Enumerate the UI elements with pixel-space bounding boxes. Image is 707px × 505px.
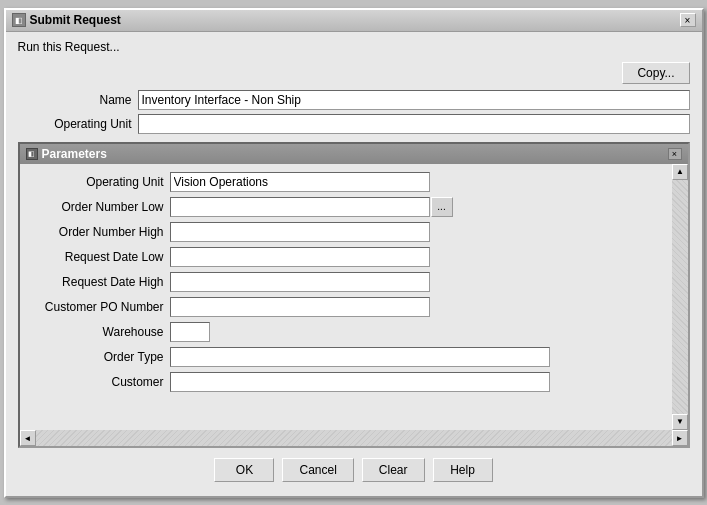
help-button[interactable]: Help xyxy=(433,458,493,482)
param-row-order-number-high: Order Number High xyxy=(30,222,662,242)
clear-button[interactable]: Clear xyxy=(362,458,425,482)
params-body: Operating Unit Order Number Low ... Orde… xyxy=(20,164,688,430)
ok-button[interactable]: OK xyxy=(214,458,274,482)
submit-request-window: ◧ Submit Request × Run this Request... C… xyxy=(4,8,704,498)
param-row-request-date-low: Request Date Low xyxy=(30,247,662,267)
window-close-button[interactable]: × xyxy=(680,13,696,27)
param-input-order-number-high[interactable] xyxy=(170,222,430,242)
param-input-operating-unit[interactable] xyxy=(170,172,430,192)
param-label-warehouse: Warehouse xyxy=(30,325,170,339)
params-vertical-scrollbar: ▲ ▼ xyxy=(672,164,688,430)
param-row-customer: Customer xyxy=(30,372,662,392)
title-bar-left: ◧ Submit Request xyxy=(12,13,121,27)
bottom-buttons: OK Cancel Clear Help xyxy=(18,448,690,488)
param-input-warehouse[interactable] xyxy=(170,322,210,342)
name-input[interactable] xyxy=(138,90,690,110)
param-input-request-date-high[interactable] xyxy=(170,272,430,292)
param-label-request-date-low: Request Date Low xyxy=(30,250,170,264)
param-label-order-number-low: Order Number Low xyxy=(30,200,170,214)
params-content: Operating Unit Order Number Low ... Orde… xyxy=(20,164,672,430)
hscrollbar-track[interactable] xyxy=(36,430,672,446)
param-label-customer-po-number: Customer PO Number xyxy=(30,300,170,314)
window-title: Submit Request xyxy=(30,13,121,27)
param-row-customer-po-number: Customer PO Number xyxy=(30,297,662,317)
param-row-operating-unit: Operating Unit xyxy=(30,172,662,192)
copy-btn-row: Copy... xyxy=(18,62,690,84)
param-input-customer[interactable] xyxy=(170,372,550,392)
run-request-label: Run this Request... xyxy=(18,40,690,54)
param-input-customer-po-number[interactable] xyxy=(170,297,430,317)
param-input-request-date-low[interactable] xyxy=(170,247,430,267)
param-row-warehouse: Warehouse xyxy=(30,322,662,342)
param-row-order-type: Order Type xyxy=(30,347,662,367)
scrollbar-up-button[interactable]: ▲ xyxy=(672,164,688,180)
parameters-window: ◧ Parameters × Operating Unit Order Numb… xyxy=(18,142,690,448)
cancel-button[interactable]: Cancel xyxy=(282,458,353,482)
param-row-request-date-high: Request Date High xyxy=(30,272,662,292)
browse-button-order-number-low[interactable]: ... xyxy=(431,197,453,217)
operating-unit-row: Operating Unit xyxy=(18,114,690,134)
operating-unit-input[interactable] xyxy=(138,114,690,134)
params-window-icon: ◧ xyxy=(26,148,38,160)
param-label-order-type: Order Type xyxy=(30,350,170,364)
params-title-bar: ◧ Parameters × xyxy=(20,144,688,164)
param-label-request-date-high: Request Date High xyxy=(30,275,170,289)
params-horizontal-scrollbar: ◄ ► xyxy=(20,430,688,446)
param-label-customer: Customer xyxy=(30,375,170,389)
params-title-left: ◧ Parameters xyxy=(26,147,107,161)
param-label-operating-unit: Operating Unit xyxy=(30,175,170,189)
operating-unit-label: Operating Unit xyxy=(18,117,138,131)
name-label: Name xyxy=(18,93,138,107)
outer-body: Run this Request... Copy... Name Operati… xyxy=(6,32,702,496)
hscrollbar-right-button[interactable]: ► xyxy=(672,430,688,446)
scrollbar-down-button[interactable]: ▼ xyxy=(672,414,688,430)
param-row-order-number-low: Order Number Low ... xyxy=(30,197,662,217)
title-bar: ◧ Submit Request × xyxy=(6,10,702,32)
param-input-order-number-low[interactable] xyxy=(170,197,430,217)
scrollbar-track[interactable] xyxy=(672,180,688,414)
hscrollbar-left-button[interactable]: ◄ xyxy=(20,430,36,446)
copy-button[interactable]: Copy... xyxy=(622,62,689,84)
params-close-button[interactable]: × xyxy=(668,148,682,160)
params-title-text: Parameters xyxy=(42,147,107,161)
window-icon: ◧ xyxy=(12,13,26,27)
param-label-order-number-high: Order Number High xyxy=(30,225,170,239)
name-row: Name xyxy=(18,90,690,110)
param-input-order-type[interactable] xyxy=(170,347,550,367)
